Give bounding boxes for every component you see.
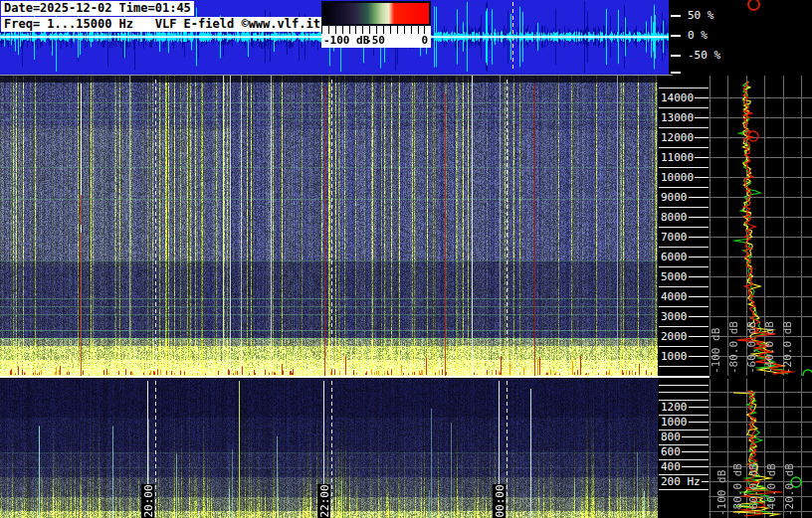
freq-minor-tick bbox=[659, 227, 709, 228]
freq-tick-label: 3000 bbox=[658, 310, 688, 323]
freq-tick-label: 1200 bbox=[658, 401, 688, 414]
tick-leader-line bbox=[695, 177, 709, 178]
freq-tick-row: 8000 bbox=[658, 211, 709, 224]
colorbar-label-min: -100 dB bbox=[323, 34, 369, 48]
tick-mark bbox=[671, 35, 681, 37]
tick-mark bbox=[671, 55, 681, 57]
freq-tick-row: 400 bbox=[658, 460, 709, 473]
freq-tick-label: 400 bbox=[658, 460, 681, 473]
colorbar-ticks bbox=[321, 26, 431, 34]
freq-minor-tick bbox=[659, 430, 709, 431]
freq-tick-label: 10000 bbox=[658, 171, 694, 184]
tick-leader-line bbox=[695, 97, 709, 98]
freq-minor-tick bbox=[659, 459, 709, 460]
freq-tick-row: 14000 bbox=[658, 91, 709, 104]
freq-tick-row: 3000 bbox=[658, 310, 709, 323]
tick-leader-line bbox=[689, 336, 710, 337]
colorbar-labels: -100 dB -50 0 bbox=[321, 34, 431, 48]
main-spectrum-plot bbox=[709, 76, 812, 376]
tick-leader-line bbox=[689, 197, 710, 198]
freq-minor-tick bbox=[659, 147, 709, 148]
freq-minor-tick bbox=[659, 474, 709, 475]
freq-tick-row: 5000 bbox=[658, 270, 709, 283]
freq-tick-label: 14000 bbox=[658, 91, 694, 104]
freq-tick-label: 200 Hz bbox=[658, 475, 701, 488]
freq-minor-tick bbox=[659, 346, 709, 347]
time-label: 22:00 bbox=[317, 484, 330, 518]
freq-minor-tick bbox=[659, 207, 709, 208]
tick-mark bbox=[671, 15, 681, 17]
time-label: 00:00 bbox=[493, 484, 506, 518]
tick-leader-line bbox=[689, 237, 710, 238]
freq-minor-tick bbox=[659, 187, 709, 188]
tick-leader-line bbox=[695, 117, 709, 118]
freq-minor-tick bbox=[659, 286, 709, 287]
freq-tick-row: 800 bbox=[658, 431, 709, 443]
freq-tick-row: 2000 bbox=[658, 330, 709, 343]
freq-tick-row: 600 bbox=[658, 445, 709, 458]
freq-minor-tick bbox=[659, 400, 709, 401]
tick-leader-line bbox=[682, 466, 709, 467]
freq-tick-label: 9000 bbox=[658, 191, 688, 204]
freq-minor-tick bbox=[659, 127, 709, 128]
freq-minor-tick bbox=[659, 266, 709, 267]
panel-separator bbox=[0, 376, 710, 378]
freq-minor-tick bbox=[659, 326, 709, 327]
tick-leader-line bbox=[689, 316, 710, 317]
tick-leader-line bbox=[689, 296, 710, 297]
freq-tick-row: 10000 bbox=[658, 171, 709, 184]
tick-leader-line bbox=[695, 157, 709, 158]
freq-minor-tick bbox=[659, 167, 709, 168]
tick-leader-line bbox=[689, 422, 710, 423]
freq-tick-label: 6000 bbox=[658, 251, 688, 263]
freq-tick-row: 1000 bbox=[658, 350, 709, 363]
colorbar-label-mid: -50 bbox=[365, 34, 385, 48]
freq-tick-row: 12000 bbox=[658, 131, 709, 144]
db-colorbar: -100 dB -50 0 bbox=[321, 1, 431, 48]
freq-tick-label: 8000 bbox=[658, 211, 688, 224]
freq-tick-label: 1000 bbox=[658, 350, 688, 363]
tick-leader-line bbox=[689, 257, 710, 258]
freq-tick-label: 13000 bbox=[658, 111, 694, 124]
freq-minor-tick bbox=[659, 489, 709, 490]
amplitude-label: -50 % bbox=[688, 49, 720, 62]
freq-tick-row: 200 Hz bbox=[658, 475, 709, 488]
amplitude-percent-axis: 50 % 0 % -50 % bbox=[669, 0, 812, 76]
date-time-readout: Date=2025-12-02 Time=01:45 bbox=[1, 1, 194, 16]
freq-tick-row: 1000 bbox=[658, 416, 709, 429]
freq-tick-label: 800 bbox=[658, 431, 681, 443]
freq-tick-row: 9000 bbox=[658, 191, 709, 204]
freq-tick-row: 6000 bbox=[658, 251, 709, 263]
freq-minor-tick bbox=[659, 366, 709, 367]
tick-leader-line bbox=[682, 436, 709, 437]
freq-tick-label: 7000 bbox=[658, 231, 688, 244]
freq-tick-label: 1000 bbox=[658, 416, 688, 429]
time-label-text: 00:00 bbox=[493, 484, 506, 517]
frequency-range-readout: Freq= 1...15000 Hz VLF E-field ©www.vlf.… bbox=[1, 17, 323, 32]
tick-leader-line bbox=[689, 276, 710, 277]
low-spectrum-plot bbox=[709, 379, 812, 518]
tick-leader-line bbox=[689, 356, 710, 357]
colorbar-gradient bbox=[321, 1, 431, 26]
main-spectrogram bbox=[0, 76, 658, 376]
tick-leader-line bbox=[682, 451, 709, 452]
tick-leader-line bbox=[702, 481, 709, 482]
freq-minor-tick bbox=[659, 415, 709, 416]
freq-minor-tick bbox=[659, 107, 709, 108]
amplitude-label: 50 % bbox=[688, 9, 714, 22]
freq-tick-row: 4000 bbox=[658, 290, 709, 303]
vlf-monitor-screen: Date=2025-12-02 Time=01:45 Freq= 1...150… bbox=[0, 0, 812, 518]
freq-tick-label: 5000 bbox=[658, 270, 688, 283]
freq-minor-tick bbox=[659, 385, 709, 386]
tick-leader-line bbox=[695, 137, 709, 138]
freq-minor-tick bbox=[659, 444, 709, 445]
tick-leader-line bbox=[689, 407, 710, 408]
freq-tick-row: 11000 bbox=[658, 151, 709, 164]
freq-tick-label: 2000 bbox=[658, 330, 688, 343]
tick-leader-line bbox=[689, 217, 710, 218]
freq-minor-tick bbox=[659, 306, 709, 307]
tick-mark bbox=[671, 72, 681, 74]
time-label-text: 20:00 bbox=[141, 484, 154, 517]
freq-tick-label: 11000 bbox=[658, 151, 694, 164]
freq-minor-tick bbox=[659, 392, 709, 393]
